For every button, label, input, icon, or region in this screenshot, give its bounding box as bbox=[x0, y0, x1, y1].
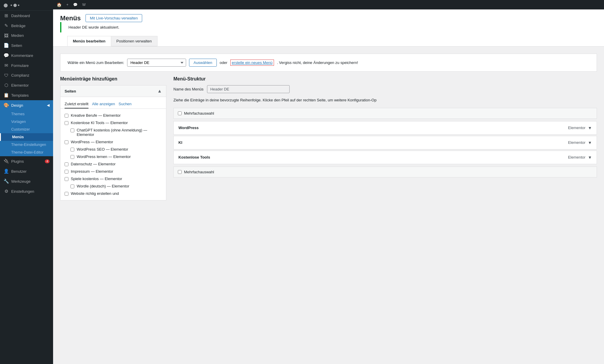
sidebar-item-label: Werkzeuge bbox=[11, 179, 31, 184]
menu-item-dropdown-icon[interactable]: ▼ bbox=[588, 126, 592, 130]
sidebar-subitem-themes[interactable]: Themes bbox=[0, 110, 53, 118]
sidebar-subitem-theme-datei-editor[interactable]: Theme-Datei-Editor bbox=[0, 149, 53, 156]
reminder-text: . Vergiss nicht, deine Änderungen zu spe… bbox=[277, 60, 358, 65]
page-checkbox-9[interactable] bbox=[70, 185, 74, 188]
page-title: Menüs bbox=[60, 14, 81, 22]
sidebar-item-label: Design bbox=[11, 103, 23, 108]
page-item-label: ChatGPT kostenlos (ohne Anmeldung) — Ele… bbox=[77, 128, 162, 137]
page-item-label: WordPress lernen — Elementor bbox=[77, 154, 162, 159]
sidebar-item-dashboard[interactable]: ⊞ Dashboard bbox=[0, 11, 53, 21]
page-checkbox-8[interactable] bbox=[65, 177, 68, 181]
list-item: Kostenlose KI Tools — Elementor bbox=[65, 119, 162, 126]
page-item-label: Wordle (deutsch) — Elementor bbox=[77, 184, 162, 188]
sidebar-item-formulare[interactable]: ✉ Formulare bbox=[0, 60, 53, 70]
page-checkbox-6[interactable] bbox=[65, 162, 68, 166]
main-area: 🏠 + 💬 W Menüs Mit Live-Vorschau verwalte… bbox=[53, 0, 604, 364]
page-checkbox-2[interactable] bbox=[70, 129, 74, 132]
tab-zuletzt-erstellt[interactable]: Zuletzt erstellt bbox=[65, 100, 88, 108]
sidebar-item-benutzer[interactable]: 👤 Benutzer bbox=[0, 166, 53, 176]
page-item-label: Kostenlose KI Tools — Elementor bbox=[71, 121, 162, 125]
content-area: Menüs Mit Live-Vorschau verwalten Header… bbox=[53, 9, 604, 364]
mehrfachauswahl-label-bottom[interactable]: Mehrfachauswahl bbox=[184, 170, 214, 174]
list-item: ChatGPT kostenlos (ohne Anmeldung) — Ele… bbox=[65, 126, 162, 138]
list-item: Website richtig erstellen und bbox=[65, 190, 162, 197]
menu-item-name: Kostenlose Tools bbox=[178, 155, 210, 159]
menu-item-name: WordPress bbox=[178, 126, 198, 130]
page-item-label: Impressum — Elementor bbox=[71, 169, 162, 174]
sidebar-item-templates[interactable]: 📋 Templates bbox=[0, 90, 53, 100]
mehrfachauswahl-checkbox-bottom[interactable] bbox=[178, 170, 182, 174]
menu-item-right: Elementor ▼ bbox=[568, 155, 592, 160]
topbar-wp-icon: W bbox=[82, 3, 86, 7]
collapse-icon[interactable]: ▲ bbox=[157, 88, 162, 94]
two-column-layout: Menüeinträge hinzufügen Seiten ▲ Zuletzt… bbox=[60, 76, 597, 200]
list-item: Datenschutz — Elementor bbox=[65, 160, 162, 168]
right-panel: Menü-Struktur Name des Menüs Ziehe die E… bbox=[173, 76, 597, 180]
live-preview-button[interactable]: Mit Live-Vorschau verwalten bbox=[86, 14, 142, 22]
sidebar-item-label: Complianz bbox=[11, 73, 29, 78]
tab-menus-bearbeiten[interactable]: Menüs bearbeiten bbox=[67, 36, 111, 46]
sidebar-item-medien[interactable]: 🖼 Medien bbox=[0, 31, 53, 40]
page-checkbox-10[interactable] bbox=[65, 192, 68, 196]
list-item: Kreative Berufe — Elementor bbox=[65, 112, 162, 119]
sidebar-item-design[interactable]: 🎨 Design ◀ bbox=[0, 100, 53, 110]
sidebar-item-werkzeuge[interactable]: 🔧 Werkzeuge bbox=[0, 176, 53, 186]
wp-logo-icon: ⬤ bbox=[4, 3, 8, 7]
page-item-label: Datenschutz — Elementor bbox=[71, 162, 162, 166]
sidebar-item-label: Elementor bbox=[11, 83, 29, 88]
menu-name-row: Name des Menüs bbox=[173, 85, 597, 93]
page-item-label: WordPress — Elementor bbox=[71, 140, 162, 144]
sidebar-item-label: Medien bbox=[11, 33, 24, 38]
sidebar-item-einstellungen[interactable]: ⚙ Einstellungen bbox=[0, 186, 53, 196]
mehrfachauswahl-checkbox-top[interactable] bbox=[178, 111, 182, 115]
topbar-plus-icon: + bbox=[66, 3, 68, 7]
beitraege-icon: ✎ bbox=[4, 23, 9, 28]
list-item: WordPress lernen — Elementor bbox=[65, 153, 162, 160]
design-arrow-icon: ◀ bbox=[47, 103, 50, 107]
page-checkbox-7[interactable] bbox=[65, 170, 68, 174]
tab-alle-anzeigen[interactable]: Alle anzeigen bbox=[92, 100, 115, 108]
sidebar-subitem-customizer[interactable]: Customizer bbox=[0, 126, 53, 133]
tab-positionen-verwalten[interactable]: Positionen verwalten bbox=[111, 36, 157, 46]
menu-name-input[interactable] bbox=[207, 85, 290, 93]
sidebar-subitem-theme-einstellungen[interactable]: Theme-Einstellungen bbox=[0, 141, 53, 149]
page-title-row: Menüs Mit Live-Vorschau verwalten bbox=[60, 14, 597, 22]
sidebar-item-elementor[interactable]: ⬡ Elementor bbox=[0, 80, 53, 90]
menu-name-label: Name des Menüs bbox=[173, 87, 203, 91]
sidebar-subitem-menus[interactable]: Menüs bbox=[0, 133, 53, 141]
sidebar-logo: ⬤ ● ⬤ ● bbox=[0, 0, 53, 11]
menu-item-name: KI bbox=[178, 140, 182, 145]
tab-suchen[interactable]: Suchen bbox=[119, 100, 132, 108]
sidebar-item-kommentare[interactable]: 💬 Kommentare bbox=[0, 50, 53, 60]
mehrfachauswahl-bottom-row: Mehrfachauswahl bbox=[173, 167, 597, 177]
menu-hint: Ziehe die Einträge in deine bevorzugte R… bbox=[173, 97, 597, 103]
page-checkbox-5[interactable] bbox=[70, 155, 74, 159]
select-menu-label: Wähle ein Menü zum Bearbeiten: bbox=[68, 60, 124, 65]
list-item: WordPress SEO — Elementor bbox=[65, 146, 162, 153]
complianz-icon: 🛡 bbox=[4, 73, 9, 78]
sidebar-item-plugins[interactable]: 🔌 Plugins 4 bbox=[0, 156, 53, 166]
page-checkbox-1[interactable] bbox=[65, 121, 68, 125]
werkzeuge-icon: 🔧 bbox=[4, 179, 9, 184]
sidebar-item-label: Benutzer bbox=[11, 169, 27, 174]
menu-item-dropdown-icon[interactable]: ▼ bbox=[588, 140, 592, 145]
auswahlen-button[interactable]: Auswählen bbox=[189, 59, 217, 67]
mehrfachauswahl-label-top[interactable]: Mehrfachauswahl bbox=[184, 111, 214, 116]
page-checkbox-3[interactable] bbox=[65, 140, 68, 144]
einstellungen-icon: ⚙ bbox=[4, 189, 9, 194]
page-checkbox-0[interactable] bbox=[65, 114, 68, 118]
page-item-label: Kreative Berufe — Elementor bbox=[71, 113, 162, 118]
menu-dropdown[interactable]: Header DE bbox=[127, 59, 186, 67]
sidebar-subitem-vorlagen[interactable]: Vorlagen bbox=[0, 118, 53, 126]
menu-item-dropdown-icon[interactable]: ▼ bbox=[588, 155, 592, 160]
sidebar: ⬤ ● ⬤ ● ⊞ Dashboard ✎ Beiträge 🖼 Medien … bbox=[0, 0, 53, 364]
new-menu-link[interactable]: erstelle ein neues Menü bbox=[230, 60, 274, 66]
page-item-label: Spiele kostenlos — Elementor bbox=[71, 177, 162, 181]
topbar-comment-icon: 💬 bbox=[73, 3, 78, 7]
medien-icon: 🖼 bbox=[4, 33, 9, 38]
sidebar-item-beitraege[interactable]: ✎ Beiträge bbox=[0, 21, 53, 31]
menu-items-container: WordPress Elementor ▼ KI Elementor ▼ Kos… bbox=[173, 121, 597, 164]
sidebar-item-complianz[interactable]: 🛡 Complianz bbox=[0, 70, 53, 80]
sidebar-item-seiten[interactable]: 📄 Seiten bbox=[0, 40, 53, 50]
page-checkbox-4[interactable] bbox=[70, 148, 74, 151]
